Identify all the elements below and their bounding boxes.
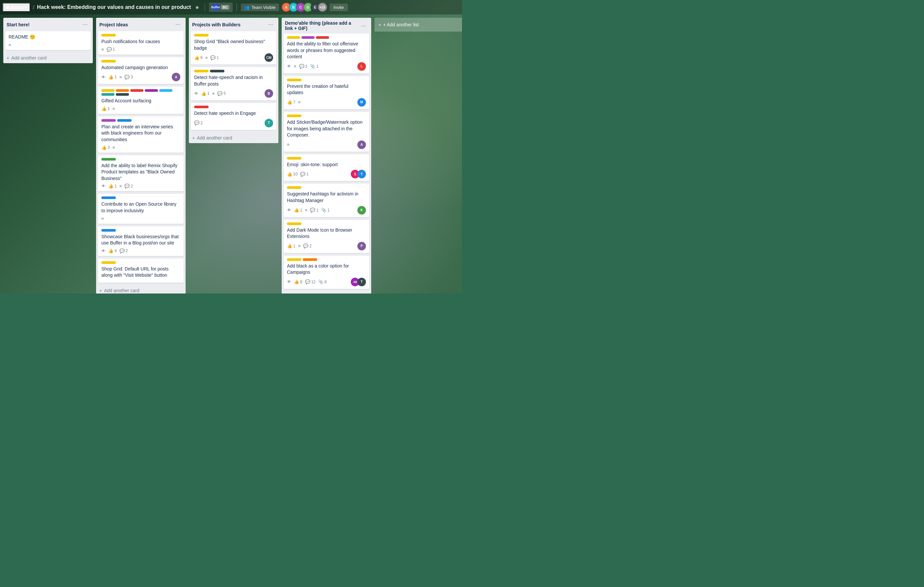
desc-icon: ≡ [212,91,215,96]
card-footer: 👁 👍 4 💬 2 [101,249,180,253]
card-title: Add the ability to label Remix Shopify P… [101,163,180,182]
label-yellow [287,258,302,261]
card-title: Add Sticker/Badge/Watermark option for i… [287,119,366,139]
card-footer: ≡ 💬 1 [101,47,180,52]
list-header-project-ideas: Project Ideas ··· [96,18,186,31]
board-menu-button[interactable]: ⊞ Board ▾ [3,3,30,12]
card-interview-series[interactable]: Plan and create an interview series with… [98,117,184,153]
card-footer-readme: ≡ [8,43,87,47]
card-footer: 👍 1 ≡ 💬 2 P [287,242,366,251]
label-yellow [101,60,116,63]
card-meta-desc: ≡ [112,106,115,111]
card-black-color-campaigns[interactable]: Add black as a color option for Campaign… [284,256,369,289]
add-card-button-start-here[interactable]: + Add another card [3,53,93,63]
card-title: Prevent the creation of hateful updates [287,83,366,96]
comment-icon: 💬 [124,75,130,80]
label-yellow [101,34,116,36]
card-member-avatar-cm: CM [264,53,273,62]
card-member-avatar-p: P [357,242,366,251]
label-red [194,106,209,108]
card-labels [101,229,180,232]
label-yellow [287,223,302,225]
list-menu-projects-builders[interactable]: ··· [266,20,275,29]
add-list-label: + Add another list [383,22,419,27]
board-area: Start here! ··· README 🙂 ≡ + Add another… [0,15,462,294]
card-meta-desc: ≡ [101,47,104,52]
star-button[interactable]: ★ [193,3,201,12]
card-automated-campaign[interactable]: Automated campaign generation 👁 👍 1 ≡ 💬 [98,57,184,84]
card-title: Emoji :skin-tone: support [287,162,366,168]
label-green [101,158,116,161]
label-blue [117,119,132,122]
comment-icon: 💬 [107,47,112,52]
add-card-label: Add another card [104,288,139,293]
card-meta-eye: 👁 [101,75,106,80]
add-card-button-project-ideas[interactable]: + Add another card [96,285,186,294]
team-visible-button[interactable]: 👥 Team Visible [241,3,279,11]
card-meta-comment: 💬 1 [310,208,318,213]
card-meta-like: 👍 1 [108,75,117,80]
like-icon: 👍 [194,55,200,60]
card-labels [194,106,273,108]
add-card-button-demoable[interactable]: + Add another card [282,292,371,294]
card-title: Detect hate speech in Engage [194,110,273,117]
add-list-plus-icon: + [378,22,381,27]
card-meta-desc: ≡ [205,55,208,60]
like-icon: 👍 [287,244,292,249]
card-readme[interactable]: README 🙂 ≡ [5,31,91,50]
card-member-avatar-k: K [357,206,366,214]
card-title: Gifted Account surfacing [101,98,180,104]
card-showcase-black[interactable]: Showcase Black businesses/orgs that use … [98,226,184,256]
label-yellow [287,79,302,81]
like-icon: 👍 [201,91,206,96]
team-icon: 👥 [244,5,249,10]
card-meta-desc: ≡ [112,145,115,150]
card-meta-comment: 💬 1 [210,55,219,60]
desc-icon: ≡ [287,142,290,147]
card-footer: 👁 ≡ 💬 2 📎 1 L [287,62,366,71]
bc-badge: BC [221,5,229,10]
card-detect-hate-racism[interactable]: Detect hate-speech and racism in Buffer … [191,67,276,101]
add-icon: + [99,288,102,293]
add-card-button-projects-builders[interactable]: + Add another card [189,133,278,143]
list-menu-start-here[interactable]: ··· [81,20,89,29]
desc-icon: ≡ [101,47,104,52]
card-shop-grid-url[interactable]: Shop Grid: Default URL for posts along w… [98,259,184,283]
card-emoji-skin-tone[interactable]: Emoji :skin-tone: support 👍 10 💬 1 S T [284,154,369,181]
card-label-remix[interactable]: Add the ability to label Remix Shopify P… [98,155,184,191]
card-prevent-hateful[interactable]: Prevent the creation of hateful updates … [284,76,369,109]
comment-icon: 💬 [119,249,125,253]
attach-icon: 📎 [321,208,327,213]
plus-more-avatar[interactable]: +15 [318,3,327,12]
card-title: Add the ability to filter out offensive … [287,41,366,60]
label-dark [210,70,224,73]
card-labels [101,60,180,63]
list-title-projects-builders: Projects with Builders [192,22,241,27]
list-menu-project-ideas[interactable]: ··· [173,20,182,29]
add-card-label: Add another card [197,135,232,140]
card-hashtags-activism[interactable]: Suggested hashtags for activism in Hasht… [284,184,369,217]
desc-icon: ≡ [305,208,308,213]
card-sticker-badge[interactable]: Add Sticker/Badge/Watermark option for i… [284,112,369,152]
add-list-button[interactable]: + + Add another list [375,18,462,31]
card-meta-like: 👍 1 [108,184,117,188]
card-shop-grid-badge[interactable]: Shop Grid "Black owned business" badge 👍… [191,31,276,64]
description-icon: ≡ [8,43,11,47]
card-meta-comment: 💬 2 [119,249,128,253]
label-dark [116,93,129,96]
card-meta-comment: 💬 2 [194,120,203,125]
list-menu-demoable[interactable]: ··· [359,22,368,30]
card-labels [287,36,366,39]
card-open-source[interactable]: Contribute to an Open Source library to … [98,194,184,223]
buffer-workspace-button[interactable]: Buffer BC [209,3,233,12]
card-push-notifications[interactable]: Push notifications for causes ≡ 💬 1 [98,31,184,54]
card-title: Add Dark Mode Icon to Browser Extensions [287,227,366,240]
card-filter-offensive[interactable]: Add the ability to filter out offensive … [284,33,369,73]
card-meta-comment: 💬 12 [305,279,315,284]
card-gifted-account[interactable]: Gifted Account surfacing 👍 1 ≡ [98,87,184,114]
comment-icon: 💬 [217,91,223,96]
invite-button[interactable]: Invite [330,3,348,11]
card-dark-mode-icon[interactable]: Add Dark Mode Icon to Browser Extensions… [284,220,369,253]
card-detect-hate-engage[interactable]: Detect hate speech in Engage 💬 2 T [191,103,276,130]
member-avatars[interactable]: A B C D E +15 [282,3,327,12]
